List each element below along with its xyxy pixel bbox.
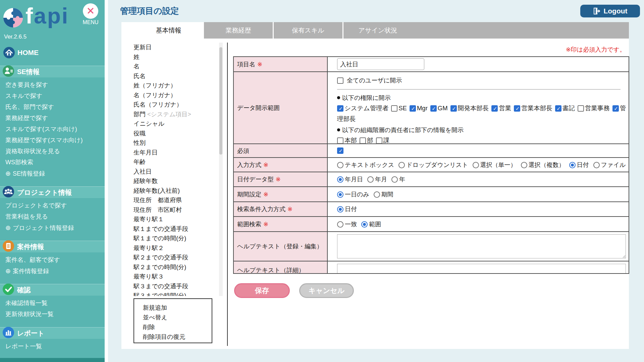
field-list-item[interactable]: 最寄り駅３ xyxy=(133,272,218,282)
radio[interactable] xyxy=(367,176,374,183)
tab-アサイン状況[interactable]: アサイン状況 xyxy=(343,22,412,39)
radio[interactable] xyxy=(473,162,479,168)
radio[interactable] xyxy=(337,191,343,198)
radio[interactable] xyxy=(337,206,343,213)
sidebar-section-header[interactable]: 案件情報 xyxy=(0,241,105,252)
checkbox[interactable] xyxy=(514,105,520,112)
radio[interactable] xyxy=(398,162,405,168)
checkbox[interactable] xyxy=(337,105,343,112)
field-list-item[interactable]: 最寄り駅１ xyxy=(133,215,218,224)
field-list-item[interactable]: 駅３までの交通手段 xyxy=(133,282,218,291)
item-name-input[interactable] xyxy=(337,58,424,70)
sidebar-section-header[interactable]: 確認 xyxy=(0,284,105,296)
radio[interactable] xyxy=(337,176,343,183)
sidebar-item[interactable]: スキルで探す(スマホ向け) xyxy=(5,124,105,135)
required-checkbox[interactable] xyxy=(337,147,343,154)
radio[interactable] xyxy=(593,162,600,168)
checkbox[interactable] xyxy=(491,105,498,112)
sidebar-item[interactable]: 案件名、顧客で探す xyxy=(5,254,105,265)
radio[interactable] xyxy=(391,176,398,183)
logout-button[interactable]: Logout xyxy=(580,5,640,17)
field-list-item[interactable]: 氏名（フリガナ） xyxy=(133,100,218,110)
radio[interactable] xyxy=(374,191,380,198)
field-list-item[interactable]: 入社日 xyxy=(133,167,218,177)
checkbox[interactable] xyxy=(391,105,397,112)
sidebar-section-header[interactable]: プロジェクト情報 xyxy=(0,186,105,198)
field-list-item[interactable]: 更新日 xyxy=(133,43,218,52)
search-input-label: 検索条件入力方式 ※ xyxy=(234,202,328,216)
radio[interactable] xyxy=(361,221,368,228)
action-box-item[interactable]: 削除 xyxy=(143,322,212,332)
field-list-item[interactable]: 駅３までの時間(分) xyxy=(133,291,218,296)
checkbox[interactable] xyxy=(360,137,366,144)
field-list-item[interactable]: 駅２までの交通手段 xyxy=(133,253,218,262)
field-list-item[interactable]: 経験年数 xyxy=(133,176,218,186)
save-button[interactable]: 保存 xyxy=(234,283,290,298)
field-list-item[interactable]: 現住所 市区町村 xyxy=(133,205,218,215)
sidebar-item[interactable]: プロジェクト名で探す xyxy=(5,200,105,211)
sidebar-section-header[interactable]: レポート xyxy=(0,327,105,339)
action-box-item[interactable]: 削除項目の復元 xyxy=(143,332,212,342)
sidebar-item[interactable]: 業務経歴で探す xyxy=(5,113,105,124)
sidebar-item[interactable]: 業務経歴で探す(スマホ向け) xyxy=(5,135,105,146)
scrollbar-thumb[interactable] xyxy=(219,47,222,155)
field-list-item[interactable]: 現住所 都道府県 xyxy=(133,195,218,205)
field-list-item[interactable]: 年齢 xyxy=(133,157,218,167)
sidebar-item[interactable]: ⊕案件情報登録 xyxy=(5,265,105,277)
checkbox[interactable] xyxy=(337,137,343,144)
field-list-item[interactable]: 姓 xyxy=(133,52,218,62)
puzzle-logo-icon xyxy=(3,7,23,28)
menu-close-circle[interactable]: ✕ xyxy=(83,3,98,19)
field-list-item[interactable]: イニシャル xyxy=(133,119,218,129)
radio[interactable] xyxy=(337,221,343,228)
sidebar-item[interactable]: ⊕プロジェクト情報登録 xyxy=(5,222,105,233)
field-list-item[interactable]: 駅１までの交通手段 xyxy=(133,224,218,234)
field-list-item[interactable]: 最寄り駅２ xyxy=(133,243,218,253)
radio[interactable] xyxy=(569,162,576,168)
tab-業務経歴[interactable]: 業務経歴 xyxy=(204,22,273,39)
field-list-item[interactable]: 部門 <システム項目> xyxy=(133,110,218,119)
field-list-item[interactable]: 駅２までの時間(分) xyxy=(133,262,218,272)
field-list-item[interactable]: 駅１までの時間(分) xyxy=(133,234,218,243)
sidebar-item-home[interactable]: HOME xyxy=(3,47,39,58)
all-users-checkbox[interactable] xyxy=(337,77,343,84)
sidebar-item[interactable]: 氏名、部門で探す xyxy=(5,102,105,113)
field-list-item[interactable]: 姓（フリガナ） xyxy=(133,81,218,90)
checkbox[interactable] xyxy=(578,105,584,112)
sidebar-item[interactable]: 営業利益を見る xyxy=(5,211,105,222)
sidebar-item[interactable]: レポート一覧 xyxy=(5,341,105,352)
checkbox[interactable] xyxy=(410,105,416,112)
radio[interactable] xyxy=(521,162,527,168)
checkbox[interactable] xyxy=(555,105,561,112)
radio[interactable] xyxy=(337,162,343,168)
field-list-item[interactable]: 生年月日 xyxy=(133,148,218,158)
field-list-item[interactable]: 氏名 xyxy=(133,71,218,81)
field-list-item[interactable]: 経験年数(入社前) xyxy=(133,186,218,196)
tab-保有スキル[interactable]: 保有スキル xyxy=(274,22,342,39)
sidebar-section-header[interactable]: SE情報 xyxy=(0,66,105,77)
sidebar-item[interactable]: スキルで探す xyxy=(5,90,105,102)
help-edit-textarea[interactable] xyxy=(337,234,626,258)
help-detail-textarea[interactable] xyxy=(337,264,626,274)
action-box-item[interactable]: 新規追加 xyxy=(143,303,212,313)
field-list-item[interactable]: 名（フリガナ） xyxy=(133,90,218,100)
form-row-item-name: 項目名 ※ xyxy=(234,57,629,72)
sidebar-item[interactable]: ⊕SE情報登録 xyxy=(5,168,105,179)
checkbox[interactable] xyxy=(430,105,437,112)
field-list-item[interactable]: 役職 xyxy=(133,129,218,138)
sidebar-item[interactable]: 資格取得状況を見る xyxy=(5,146,105,157)
sidebar-item[interactable]: WS部検索 xyxy=(5,157,105,168)
checkbox[interactable] xyxy=(612,105,619,112)
checkbox[interactable] xyxy=(450,105,457,112)
cancel-button[interactable]: キャンセル xyxy=(299,283,354,298)
action-box-item[interactable]: 並べ替え xyxy=(143,313,212,322)
field-list-item[interactable]: 名 xyxy=(133,62,218,71)
sidebar-item[interactable]: 空き要員を探す xyxy=(5,79,105,90)
field-list-item[interactable]: 性別 xyxy=(133,138,218,148)
menu-button[interactable]: ✕ MENU xyxy=(80,3,101,25)
tab-基本情報[interactable]: 基本情報 xyxy=(134,22,203,39)
sidebar-item[interactable]: 未確認情報一覧 xyxy=(5,298,105,309)
document-icon xyxy=(3,240,14,253)
sidebar-item[interactable]: 更新依頼状況一覧 xyxy=(5,309,105,320)
checkbox[interactable] xyxy=(376,137,382,144)
